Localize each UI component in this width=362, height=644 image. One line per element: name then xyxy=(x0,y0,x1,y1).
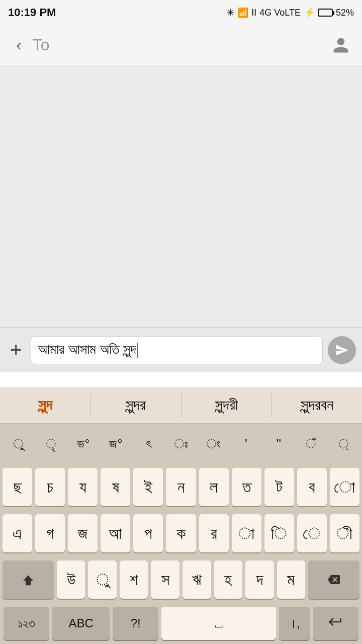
key-na[interactable]: ন xyxy=(166,468,196,506)
send-button[interactable] xyxy=(328,336,356,364)
key-i-matra[interactable]: ি xyxy=(264,514,294,552)
input-row: + আমার আসাম অতি সুন্দ xyxy=(0,327,362,372)
key-ko[interactable]: ক xyxy=(166,514,196,552)
enter-icon xyxy=(327,614,343,630)
input-text: আমার আসাম অতি সুন্দ xyxy=(38,342,136,358)
key-e[interactable]: এ xyxy=(3,514,32,552)
key-aa-matra[interactable]: া xyxy=(232,514,261,552)
key-ho[interactable]: হ xyxy=(214,560,243,599)
key-ro[interactable]: র xyxy=(199,514,229,552)
top-bar: ‹ To xyxy=(0,25,362,65)
key-chho[interactable]: ছ xyxy=(3,468,32,506)
space-bar: ⎵ xyxy=(215,616,222,630)
key-u-matra[interactable]: ু xyxy=(2,429,35,459)
key-sho2[interactable]: শ xyxy=(120,560,148,599)
key-bho-deg[interactable]: ভ° xyxy=(67,429,100,459)
key-ri-matra[interactable]: ৃ xyxy=(35,429,67,459)
bluetooth-icon: ✳ xyxy=(227,7,234,18)
key-apostrophe[interactable]: ' xyxy=(230,429,262,459)
key-yo[interactable]: য xyxy=(68,468,98,506)
key-row-2: এ গ জ আ প ক র া ি ে ী xyxy=(0,510,362,556)
key-i[interactable]: ই xyxy=(133,468,163,506)
key-quote[interactable]: " xyxy=(262,429,295,459)
signal-icon: ⅠⅠ xyxy=(251,7,256,18)
suggestion-0[interactable]: সুন্দ xyxy=(0,392,90,418)
key-o-matra[interactable]: ো xyxy=(330,468,359,506)
space-key[interactable]: ⎵ xyxy=(161,607,276,640)
network-label: 4G VoLTE xyxy=(259,8,301,18)
status-bar: 10:19 PM ✳ 📶 ⅠⅠ 4G VoLTE ⚡ 52% xyxy=(0,0,362,25)
keyboard: সুন্দ সুন্দর সুন্দরী সুন্দরবন ু ৃ ভ° জ° … xyxy=(0,387,362,644)
suggestions-row: সুন্দ সুন্দর সুন্দরী সুন্দরবন xyxy=(0,387,362,424)
suggestion-3[interactable]: সুন্দরবন xyxy=(272,392,362,418)
status-icons: ✳ 📶 ⅠⅠ 4G VoLTE ⚡ 52% xyxy=(227,7,354,18)
shift-icon xyxy=(21,572,36,587)
key-row-1: ছ চ য ষ ই ন ল ত ট ব ো xyxy=(0,464,362,510)
key-u[interactable]: উ xyxy=(57,560,85,599)
key-u2[interactable]: ু xyxy=(88,560,117,599)
special-chars-row: ু ৃ ভ° জ° ৎ ঃ ং ' " ঁ ্ xyxy=(0,424,362,464)
suggestion-2[interactable]: সুন্দরী xyxy=(182,392,272,418)
key-chandrabindu[interactable]: ঁ xyxy=(295,429,328,459)
key-jo-deg[interactable]: জ° xyxy=(100,429,132,459)
to-label[interactable]: To xyxy=(28,36,330,54)
lightning-icon: ⚡ xyxy=(304,7,315,18)
contact-button[interactable] xyxy=(330,34,352,56)
key-go[interactable]: গ xyxy=(35,514,65,552)
key-aa[interactable]: আ xyxy=(101,514,130,552)
bottom-row: ১২৩ ABC ?! ⎵ ।, xyxy=(0,603,362,644)
shift-key[interactable] xyxy=(3,560,54,599)
punct-key[interactable]: ?! xyxy=(113,607,158,640)
backspace-icon xyxy=(326,574,341,586)
key-so[interactable]: স xyxy=(151,560,179,599)
battery-percent: 52% xyxy=(336,8,354,18)
key-tto[interactable]: ট xyxy=(264,468,294,506)
num-key[interactable]: ১২৩ xyxy=(4,607,49,640)
key-anusvara[interactable]: ং xyxy=(197,429,230,459)
message-area xyxy=(0,65,362,327)
text-cursor xyxy=(137,343,138,358)
key-po[interactable]: প xyxy=(133,514,163,552)
key-row-3: উ ু শ স ঋ হ দ ম xyxy=(0,556,362,603)
key-mo[interactable]: ম xyxy=(277,560,306,599)
key-cho[interactable]: চ xyxy=(35,468,65,506)
abc-key[interactable]: ABC xyxy=(52,607,110,640)
send-icon xyxy=(335,343,349,357)
key-hasanta[interactable]: ্ xyxy=(327,429,360,459)
message-input[interactable]: আমার আসাম অতি সুন্দ xyxy=(31,336,323,364)
key-lo[interactable]: ল xyxy=(199,468,229,506)
backspace-key[interactable] xyxy=(308,560,359,599)
battery-indicator xyxy=(318,9,333,17)
key-jo[interactable]: জ xyxy=(68,514,98,552)
enter-key[interactable] xyxy=(313,607,358,640)
key-ri[interactable]: ঋ xyxy=(183,560,211,599)
key-bo[interactable]: ব xyxy=(297,468,327,506)
status-time: 10:19 PM xyxy=(8,6,56,19)
key-ii-matra[interactable]: ী xyxy=(330,514,359,552)
suggestion-1[interactable]: সুন্দর xyxy=(90,392,181,418)
key-khanda-ta[interactable]: ৎ xyxy=(132,429,165,459)
key-do[interactable]: দ xyxy=(245,560,274,599)
key-to[interactable]: ত xyxy=(232,468,261,506)
person-icon xyxy=(332,36,350,54)
wifi-icon: 📶 xyxy=(237,7,248,18)
back-button[interactable]: ‹ xyxy=(10,32,28,58)
key-visarga[interactable]: ঃ xyxy=(165,429,198,459)
key-e-matra[interactable]: ে xyxy=(297,514,327,552)
add-button[interactable]: + xyxy=(6,337,26,363)
back-icon: ‹ xyxy=(16,36,22,54)
key-sho[interactable]: ষ xyxy=(101,468,130,506)
pipe-key[interactable]: ।, xyxy=(279,607,310,640)
